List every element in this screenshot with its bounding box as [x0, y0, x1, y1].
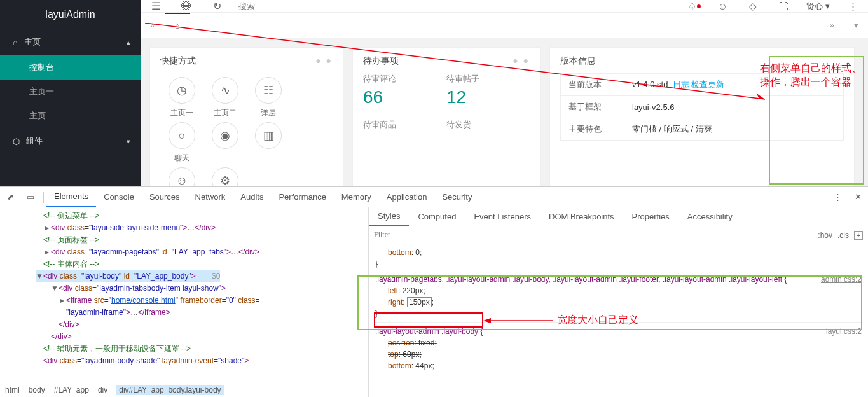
- devtools: ⬈ ▭ Elements Console Sources Network Aud…: [0, 186, 868, 397]
- ver-val: v1.4.0 std: [632, 80, 668, 89]
- todo-label: 待审帖子: [446, 73, 530, 85]
- tabs-prev[interactable]: «: [141, 20, 165, 30]
- sidebar: layuiAdmin ⌂ 主页 ▴ 控制台 主页一 主页二 ⬡ 组件 ▾: [0, 0, 141, 186]
- styles-filter[interactable]: [374, 230, 467, 240]
- add-rule-icon[interactable]: +: [854, 231, 863, 240]
- topbar: ☰ 🌐︎ ↻ ♤ ☺ ◇ ⛶ 贤心 ▾ ⋮: [141, 0, 868, 13]
- tab-performance[interactable]: Performance: [271, 187, 333, 207]
- src-link[interactable]: admin.css:2: [821, 274, 862, 285]
- tab-security[interactable]: Security: [434, 187, 479, 207]
- submenu-console[interactable]: 控制台: [0, 55, 141, 80]
- tab-memory[interactable]: Memory: [334, 187, 379, 207]
- device-icon[interactable]: ▭: [20, 192, 41, 202]
- card-dots[interactable]: ● ●: [513, 55, 530, 67]
- menu-home-label: 主页: [24, 36, 41, 48]
- tabs-next[interactable]: »: [820, 20, 844, 30]
- cube-icon: ⬡: [13, 137, 20, 146]
- globe-icon[interactable]: 🌐︎: [171, 1, 202, 12]
- menu-component-label: 组件: [26, 136, 43, 147]
- link-update[interactable]: 检查更新: [691, 80, 724, 89]
- menu-component[interactable]: ⬡ 组件 ▾: [0, 128, 141, 155]
- subtab-a11y[interactable]: Accessibility: [679, 207, 741, 226]
- ver-key: 当前版本: [561, 74, 624, 96]
- tab-network[interactable]: Network: [188, 187, 233, 207]
- home-icon: ⌂: [13, 38, 18, 47]
- edit-value[interactable]: 150px: [407, 297, 432, 307]
- elements-tree[interactable]: <!-- 侧边菜单 --> ▸<div class="layui-side la…: [0, 207, 368, 382]
- card-shortcut-title: 快捷方式: [160, 55, 196, 67]
- tabs-dropdown[interactable]: ▾: [844, 20, 868, 30]
- todo-value: 12: [446, 87, 530, 108]
- close-icon[interactable]: ✕: [848, 192, 868, 202]
- styles-pane[interactable]: bottom: 0; } admin.css:2.layadmin-pageta…: [369, 244, 868, 397]
- shortcut-item[interactable]: ◉: [203, 122, 247, 164]
- note-icon[interactable]: ◇: [738, 1, 768, 12]
- collapse-icon[interactable]: ☰: [141, 0, 171, 12]
- cls-toggle[interactable]: .cls: [837, 231, 849, 240]
- src-link[interactable]: layui.css:2: [826, 326, 862, 337]
- tab-audits[interactable]: Audits: [233, 187, 271, 207]
- card-shortcut: 快捷方式● ● ◷主页一 ∿主页二 ☷弹层 ○聊天 ◉ ▥ ☺ ⚙: [149, 47, 343, 206]
- subtab-dom-bp[interactable]: DOM Breakpoints: [540, 207, 623, 226]
- ver-val: 零门槛 / 响应式 / 清爽: [624, 118, 844, 141]
- search-input[interactable]: [238, 1, 366, 11]
- hov-toggle[interactable]: :hov: [818, 231, 832, 240]
- todo-label: 待审评论: [363, 73, 446, 85]
- shortcut-item[interactable]: ▥: [247, 122, 290, 164]
- shortcut-item[interactable]: ◷主页一: [160, 77, 203, 118]
- user-menu[interactable]: 贤心 ▾: [799, 1, 837, 12]
- card-todo-title: 待办事项: [363, 55, 399, 67]
- chat-icon: ○: [169, 122, 195, 149]
- subtab-computed[interactable]: Computed: [409, 207, 465, 226]
- home-tab-icon: ⌂: [175, 21, 180, 31]
- link-log[interactable]: 日志: [673, 80, 689, 89]
- ver-val: layui-v2.5.6: [624, 96, 844, 118]
- menu-home[interactable]: ⌂ 主页 ▴: [0, 29, 141, 55]
- breadcrumb[interactable]: html body #LAY_app div div#LAY_app_body.…: [0, 382, 368, 397]
- shortcut-item[interactable]: ☷弹层: [247, 77, 290, 118]
- refresh-icon[interactable]: ↻: [202, 0, 232, 12]
- todo-label: 待审商品: [363, 119, 446, 130]
- todo-label: 待发货: [446, 119, 530, 130]
- tab-home[interactable]: ⌂: [165, 13, 190, 38]
- subtab-props[interactable]: Properties: [623, 207, 679, 226]
- pulse-icon: ∿: [212, 77, 238, 104]
- fullscreen-icon[interactable]: ⛶: [768, 1, 799, 11]
- tab-elements[interactable]: Elements: [46, 187, 96, 207]
- subtab-styles[interactable]: Styles: [369, 207, 409, 226]
- tab-application[interactable]: Application: [379, 187, 435, 207]
- stack-icon: ☷: [255, 77, 282, 104]
- todo-value: 66: [363, 87, 446, 108]
- subtab-listeners[interactable]: Event Listeners: [465, 207, 540, 226]
- theme-icon[interactable]: ☺: [707, 1, 738, 11]
- kebab-icon[interactable]: ⋮: [827, 192, 848, 202]
- compass-icon: ◉: [212, 122, 238, 149]
- page-tabs: « ⌂ » ▾: [141, 13, 868, 38]
- gauge-icon: ◷: [169, 77, 195, 104]
- submenu-home1[interactable]: 主页一: [0, 80, 141, 104]
- chevron-down-icon: ▾: [127, 137, 130, 146]
- bell-icon[interactable]: ♤: [677, 1, 707, 12]
- more-icon[interactable]: ⋮: [837, 1, 868, 12]
- card-todo: 待办事项● ● 待审评论66 待审帖子12 待审商品 待发货: [352, 47, 541, 206]
- ver-key: 基于框架: [561, 96, 624, 118]
- brand-logo: layuiAdmin: [0, 0, 141, 29]
- card-dots[interactable]: ● ●: [315, 55, 333, 67]
- tab-sources[interactable]: Sources: [142, 187, 188, 207]
- bar-icon: ▥: [255, 122, 282, 149]
- inspect-icon[interactable]: ⬈: [0, 192, 20, 202]
- submenu-home2[interactable]: 主页二: [0, 104, 141, 128]
- tab-console[interactable]: Console: [96, 187, 142, 207]
- ver-key: 主要特色: [561, 118, 624, 141]
- card-version-title: 版本信息: [560, 55, 596, 67]
- card-version: 版本信息 当前版本v1.4.0 std 日志 检查更新 基于框架layui-v2…: [549, 47, 855, 206]
- chevron-up-icon: ▴: [127, 38, 130, 46]
- shortcut-item[interactable]: ○聊天: [160, 122, 203, 164]
- shortcut-item[interactable]: ∿主页二: [203, 77, 247, 118]
